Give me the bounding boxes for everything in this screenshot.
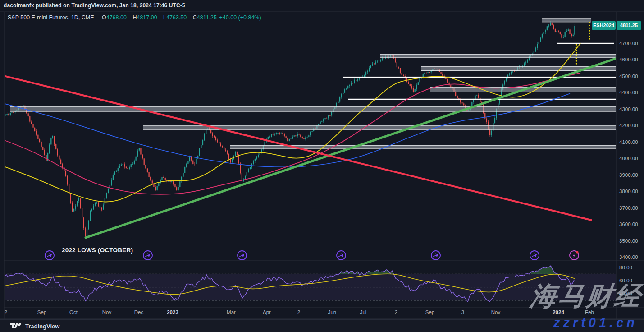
time-tick-label: Oct <box>69 309 78 315</box>
time-tick-label: 2 <box>5 309 7 315</box>
price-tick-label: 4300.00 <box>619 106 638 112</box>
price-axis[interactable]: 4700.004600.004500.004400.004300.004200.… <box>619 41 638 296</box>
replay-arrow-icon[interactable] <box>431 251 440 260</box>
price-tick-label: 4200.00 <box>619 123 638 128</box>
price-tick-label: 4700.00 <box>619 41 638 46</box>
time-axis[interactable]: 2SepOctNovDec2023MarApr2JunJul2Sep3Nov20… <box>5 309 594 315</box>
footer-bar: TradingView <box>0 319 644 332</box>
flash-event-icon[interactable] <box>570 251 579 260</box>
time-tick-label: 2023 <box>167 309 178 315</box>
time-tick-label: 3 <box>461 309 464 315</box>
time-tick-label: Dec <box>134 309 144 315</box>
price-pane[interactable] <box>0 18 616 238</box>
replay-arrow-icon[interactable] <box>45 251 54 260</box>
price-tick-label: 4100.00 <box>619 139 638 145</box>
time-tick-label: Sep <box>37 309 46 315</box>
watermark-brand-cn: 海马财经 <box>529 279 644 314</box>
time-tick-label: Sep <box>425 309 434 315</box>
legend-change: +40.00 (+0.84%) <box>219 14 261 21</box>
price-tick-label: 4000.00 <box>619 156 638 161</box>
time-tick-label: Nov <box>102 309 112 315</box>
tradingview-brand[interactable]: TradingView <box>25 323 59 330</box>
last-price-badge: 4811.25 <box>617 21 641 30</box>
replay-arrow-icon[interactable] <box>238 251 247 260</box>
price-tick-label: 3700.00 <box>619 205 638 211</box>
price-tick-label: 3600.00 <box>619 221 638 227</box>
time-tick-label: Jun <box>328 309 337 315</box>
price-tick-label: 3500.00 <box>619 238 638 244</box>
price-tick-label: 3800.00 <box>619 189 638 194</box>
rsi-tick-label: 80.00 <box>619 265 632 270</box>
price-tick-label: 3900.00 <box>619 172 638 178</box>
contract-badge: ESH2024 <box>592 21 616 30</box>
watermark-site-url: zzrt01.cn <box>553 315 638 330</box>
legend-close-value: 4811.25 <box>197 14 217 21</box>
tradingview-snapshot-page: dacolmanfx published on TradingView.com,… <box>0 0 644 332</box>
legend-high-value: 4817.00 <box>137 14 157 21</box>
chart-legend[interactable]: S&P 500 E-mini Futures, 1D, CME O4768.00… <box>8 14 262 21</box>
price-tick-label: 4400.00 <box>619 90 638 95</box>
legend-open-label: O <box>102 14 106 21</box>
time-tick-label: Jul <box>360 309 367 315</box>
lows-annotation: 2022 LOWS (OCTOBER) <box>62 247 133 254</box>
price-tick-label: 3400.00 <box>619 254 638 260</box>
legend-open-value: 4768.00 <box>106 14 127 21</box>
price-tick-label: 4500.00 <box>619 74 638 79</box>
time-tick-label: Mar <box>227 309 236 315</box>
time-tick-label: Apr <box>263 309 271 315</box>
rsi-pane[interactable] <box>4 266 616 302</box>
price-tick-label: 4600.00 <box>619 57 638 62</box>
support-resistance-zones <box>10 18 616 148</box>
replay-arrow-icon[interactable] <box>143 251 152 260</box>
replay-arrow-icon[interactable] <box>530 251 539 260</box>
legend-low-value: 4763.50 <box>166 14 187 21</box>
time-tick-label: Nov <box>491 309 501 315</box>
time-tick-label: 2 <box>395 309 397 315</box>
time-tick-label: 2 <box>297 309 300 315</box>
replay-arrow-icon[interactable] <box>337 251 346 260</box>
tradingview-logo-icon[interactable] <box>10 323 22 330</box>
legend-symbol[interactable]: S&P 500 E-mini Futures, 1D, CME <box>8 14 94 21</box>
legend-close-label: C <box>193 14 197 21</box>
